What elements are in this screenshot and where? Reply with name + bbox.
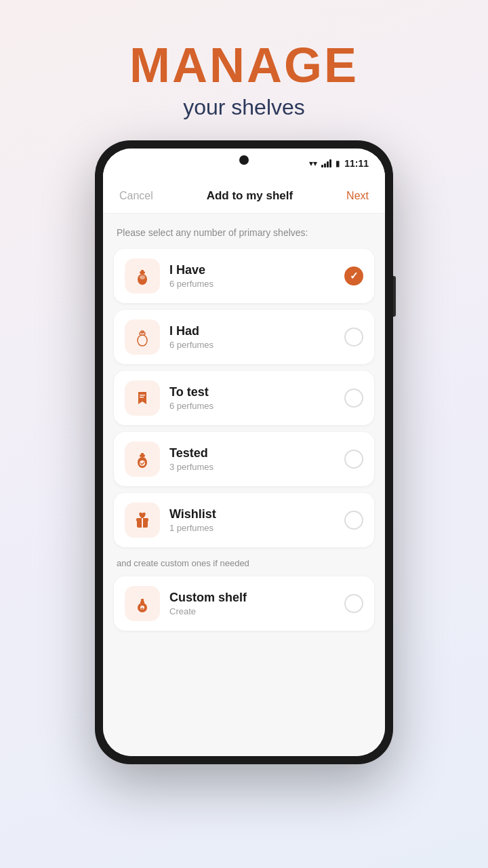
- cancel-button[interactable]: Cancel: [119, 190, 153, 202]
- signal-icon: [321, 159, 331, 167]
- shelf-item-wishlist[interactable]: Wishlist1 perfumes: [114, 493, 374, 547]
- content-area: Please select any number of primary shel…: [103, 214, 385, 756]
- status-right: ▾▾ ▮ 11:11: [309, 158, 369, 169]
- custom-shelf-info: Custom shelf Create: [169, 591, 344, 616]
- shelf-count-wishlist: 1 perfumes: [169, 523, 344, 533]
- svg-text:✦: ✦: [140, 606, 144, 611]
- shelf-count-to-test: 6 perfumes: [169, 401, 344, 411]
- shelf-icon-wrap-i-have: [125, 258, 160, 294]
- svg-point-3: [140, 275, 145, 279]
- custom-shelf-name: Custom shelf: [169, 591, 344, 605]
- shelf-checkbox-i-had[interactable]: [344, 328, 363, 347]
- camera-notch: [239, 155, 249, 165]
- svg-rect-11: [141, 453, 144, 455]
- custom-section-label: and create custom ones if needed: [117, 558, 371, 568]
- wifi-icon: ▾▾: [309, 159, 317, 168]
- shelf-icon-wrap-to-test: [125, 380, 160, 416]
- status-bar: ▾▾ ▮ 11:11: [103, 149, 385, 178]
- shelf-count-tested: 3 perfumes: [169, 462, 344, 472]
- shelf-checkbox-i-have[interactable]: [344, 267, 363, 285]
- svg-point-6: [138, 335, 147, 346]
- nav-title: Add to my shelf: [207, 189, 293, 203]
- shelf-item-i-have[interactable]: I Have6 perfumes: [114, 249, 374, 303]
- custom-shelf-item[interactable]: ✦ Custom shelf Create: [114, 576, 374, 631]
- hero-subtitle: your shelves: [129, 95, 359, 120]
- svg-rect-19: [141, 599, 144, 601]
- shelf-checkbox-wishlist[interactable]: [344, 511, 363, 530]
- battery-icon: ▮: [336, 159, 340, 168]
- shelf-item-tested[interactable]: Tested3 perfumes: [114, 432, 374, 486]
- shelf-info-i-have: I Have6 perfumes: [169, 263, 344, 289]
- shelf-item-to-test[interactable]: To test6 perfumes: [114, 371, 374, 425]
- shelf-info-tested: Tested3 perfumes: [169, 446, 344, 472]
- custom-shelf-icon-wrap: ✦: [125, 586, 160, 621]
- shelf-list: I Have6 perfumes I Had6 perfumes To test…: [114, 249, 374, 547]
- shelf-icon-wrap-i-had: [125, 319, 160, 355]
- nav-bar: Cancel Add to my shelf Next: [103, 178, 385, 214]
- hero-section: MANAGE your shelves: [129, 0, 359, 140]
- status-time: 11:11: [344, 158, 369, 169]
- svg-rect-1: [141, 270, 144, 272]
- shelf-count-i-had: 6 perfumes: [169, 340, 344, 350]
- shelf-name-wishlist: Wishlist: [169, 507, 344, 521]
- custom-shelf-checkbox[interactable]: [344, 594, 363, 613]
- phone-wrapper: ▾▾ ▮ 11:11 Cancel Add to my shelf Next P…: [95, 140, 393, 764]
- instruction-text: Please select any number of primary shel…: [114, 227, 374, 238]
- shelf-info-i-had: I Had6 perfumes: [169, 324, 344, 350]
- shelf-icon-wrap-wishlist: [125, 502, 160, 538]
- custom-shelf-sub: Create: [169, 606, 344, 616]
- shelf-info-to-test: To test6 perfumes: [169, 385, 344, 411]
- phone-screen: ▾▾ ▮ 11:11 Cancel Add to my shelf Next P…: [103, 149, 385, 756]
- shelf-icon-wrap-tested: [125, 441, 160, 477]
- next-button[interactable]: Next: [346, 190, 369, 202]
- custom-shelf-icon: ✦: [133, 594, 152, 613]
- shelf-item-i-had[interactable]: I Had6 perfumes: [114, 310, 374, 364]
- phone-side-button: [393, 276, 396, 317]
- hero-title: MANAGE: [129, 41, 359, 90]
- shelf-name-i-have: I Have: [169, 263, 344, 277]
- shelf-info-wishlist: Wishlist1 perfumes: [169, 507, 344, 533]
- shelf-checkbox-to-test[interactable]: [344, 389, 363, 408]
- shelf-name-i-had: I Had: [169, 324, 344, 338]
- shelf-checkbox-tested[interactable]: [344, 450, 363, 469]
- shelf-count-i-have: 6 perfumes: [169, 279, 344, 289]
- shelf-name-tested: Tested: [169, 446, 344, 460]
- shelf-name-to-test: To test: [169, 385, 344, 399]
- svg-rect-16: [142, 518, 143, 520]
- svg-rect-7: [140, 395, 145, 396]
- svg-rect-8: [140, 397, 144, 398]
